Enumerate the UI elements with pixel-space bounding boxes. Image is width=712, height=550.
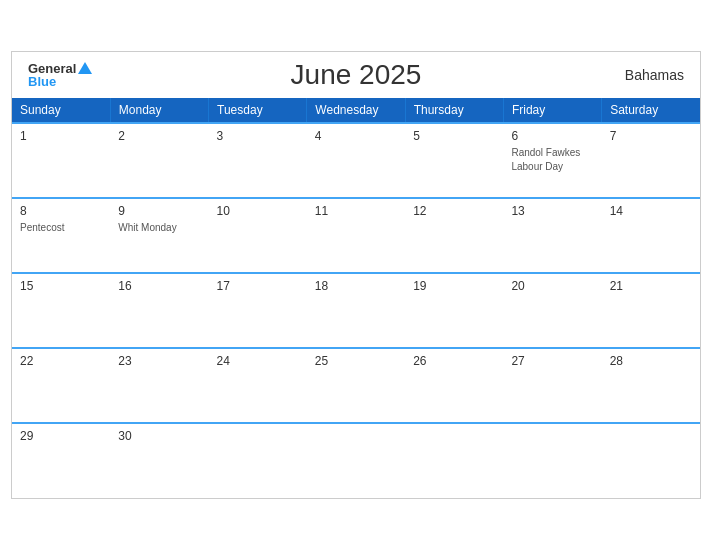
calendar-day-cell: 30 (110, 423, 208, 498)
calendar: General Blue June 2025 Bahamas Sunday Mo… (11, 51, 701, 499)
calendar-week-row: 8Pentecost9Whit Monday1011121314 (12, 198, 700, 273)
calendar-week-row: 15161718192021 (12, 273, 700, 348)
day-number: 26 (413, 354, 495, 368)
day-number: 25 (315, 354, 397, 368)
calendar-day-cell: 13 (503, 198, 601, 273)
logo-triangle-icon (78, 62, 92, 74)
day-number: 30 (118, 429, 200, 443)
header-monday: Monday (110, 98, 208, 123)
day-number: 21 (610, 279, 692, 293)
logo-blue-text: Blue (28, 75, 56, 88)
day-number: 11 (315, 204, 397, 218)
calendar-day-cell: 7 (602, 123, 700, 198)
calendar-day-cell: 2 (110, 123, 208, 198)
calendar-day-cell: 3 (209, 123, 307, 198)
calendar-day-cell (307, 423, 405, 498)
day-number: 20 (511, 279, 593, 293)
calendar-day-cell: 10 (209, 198, 307, 273)
day-number: 13 (511, 204, 593, 218)
day-number: 7 (610, 129, 692, 143)
day-number: 22 (20, 354, 102, 368)
day-number: 5 (413, 129, 495, 143)
day-number: 4 (315, 129, 397, 143)
day-number: 16 (118, 279, 200, 293)
header-thursday: Thursday (405, 98, 503, 123)
calendar-day-cell (405, 423, 503, 498)
header-wednesday: Wednesday (307, 98, 405, 123)
calendar-day-cell: 28 (602, 348, 700, 423)
calendar-day-cell: 27 (503, 348, 601, 423)
event-label: Randol Fawkes (511, 146, 593, 160)
day-number: 6 (511, 129, 593, 143)
day-number: 1 (20, 129, 102, 143)
day-number: 23 (118, 354, 200, 368)
weekday-header-row: Sunday Monday Tuesday Wednesday Thursday… (12, 98, 700, 123)
day-number: 18 (315, 279, 397, 293)
day-number: 9 (118, 204, 200, 218)
calendar-day-cell: 5 (405, 123, 503, 198)
calendar-day-cell: 12 (405, 198, 503, 273)
calendar-day-cell: 9Whit Monday (110, 198, 208, 273)
day-number: 12 (413, 204, 495, 218)
calendar-day-cell: 11 (307, 198, 405, 273)
calendar-day-cell: 21 (602, 273, 700, 348)
calendar-day-cell: 14 (602, 198, 700, 273)
day-number: 15 (20, 279, 102, 293)
calendar-day-cell: 29 (12, 423, 110, 498)
calendar-day-cell: 25 (307, 348, 405, 423)
day-number: 2 (118, 129, 200, 143)
logo: General Blue (28, 62, 92, 88)
calendar-day-cell: 19 (405, 273, 503, 348)
calendar-day-cell: 4 (307, 123, 405, 198)
day-number: 17 (217, 279, 299, 293)
calendar-day-cell: 26 (405, 348, 503, 423)
day-number: 8 (20, 204, 102, 218)
day-number: 10 (217, 204, 299, 218)
header-tuesday: Tuesday (209, 98, 307, 123)
day-number: 24 (217, 354, 299, 368)
calendar-day-cell (503, 423, 601, 498)
calendar-header: General Blue June 2025 Bahamas (12, 52, 700, 98)
calendar-day-cell: 22 (12, 348, 110, 423)
calendar-day-cell: 8Pentecost (12, 198, 110, 273)
header-saturday: Saturday (602, 98, 700, 123)
calendar-week-row: 2930 (12, 423, 700, 498)
day-number: 27 (511, 354, 593, 368)
calendar-day-cell: 20 (503, 273, 601, 348)
event-label: Pentecost (20, 221, 102, 235)
calendar-day-cell: 17 (209, 273, 307, 348)
day-number: 28 (610, 354, 692, 368)
calendar-day-cell: 15 (12, 273, 110, 348)
day-number: 3 (217, 129, 299, 143)
calendar-day-cell: 6Randol FawkesLabour Day (503, 123, 601, 198)
month-title: June 2025 (291, 59, 422, 91)
header-friday: Friday (503, 98, 601, 123)
header-sunday: Sunday (12, 98, 110, 123)
calendar-day-cell: 16 (110, 273, 208, 348)
calendar-day-cell (602, 423, 700, 498)
calendar-day-cell: 24 (209, 348, 307, 423)
calendar-day-cell: 18 (307, 273, 405, 348)
event-label: Whit Monday (118, 221, 200, 235)
calendar-week-row: 22232425262728 (12, 348, 700, 423)
day-number: 29 (20, 429, 102, 443)
calendar-week-row: 123456Randol FawkesLabour Day7 (12, 123, 700, 198)
calendar-table: Sunday Monday Tuesday Wednesday Thursday… (12, 98, 700, 498)
day-number: 19 (413, 279, 495, 293)
country-name: Bahamas (625, 67, 684, 83)
calendar-day-cell: 23 (110, 348, 208, 423)
calendar-day-cell: 1 (12, 123, 110, 198)
day-number: 14 (610, 204, 692, 218)
calendar-day-cell (209, 423, 307, 498)
event-label: Labour Day (511, 160, 593, 174)
